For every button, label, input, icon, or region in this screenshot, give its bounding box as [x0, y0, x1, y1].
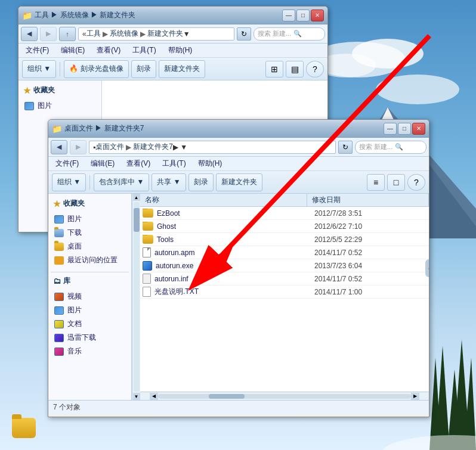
vscroll-down[interactable]: ▼ [133, 393, 140, 400]
window-foreground: 📁 桌面文件 ▶ 新建文件夹7 — □ ✕ ◀ ▶ ▪ 桌面文件 ▶ [48, 119, 429, 417]
burn-btn-front[interactable]: 刻录 [188, 173, 214, 191]
sidebar-item-video-front[interactable]: 视频 [51, 290, 129, 303]
menu-file-front[interactable]: 文件(F) [53, 157, 81, 170]
sidebar-item-pics2-front[interactable]: 图片 [51, 303, 129, 317]
back-btn-front[interactable]: ◀ [51, 140, 67, 154]
close-btn-front[interactable]: ✕ [412, 123, 425, 135]
maximize-btn-back[interactable]: □ [296, 10, 310, 21]
menu-help-front[interactable]: 帮助(H) [196, 157, 225, 170]
sidebar-item-desktop-front[interactable]: 桌面 [51, 240, 129, 253]
minimize-btn-back[interactable]: — [282, 10, 295, 21]
folder-icon-title-front: 📁 [52, 124, 62, 134]
menu-tools-front[interactable]: 工具(T) [160, 157, 188, 170]
toolbar-front: 组织 ▼ 包含到库中 ▼ 共享 ▼ 刻录 新建文件夹 ≡ □ ? [48, 171, 429, 194]
menu-tools-back[interactable]: 工具(T) [130, 44, 158, 57]
refresh-btn-front[interactable]: ↻ [338, 141, 353, 154]
table-row[interactable]: autorun.apm 2014/11/7 0:52 [140, 246, 429, 259]
file-name-4: autorun.exe [143, 261, 310, 271]
desktop-folder-shape [12, 418, 36, 438]
new-folder-btn-back[interactable]: 新建文件夹 [159, 60, 205, 78]
address-bar-back: ◀ ▶ ↑ « 工具 ▶ 系统镜像 ▶ 新建文件夹 ▼ ↻ 搜索 新建... 🔍 [18, 24, 327, 44]
col-header-name[interactable]: 名称 [140, 194, 307, 206]
recent-label-front: 最近访问的位置 [67, 255, 118, 265]
sidebar-item-music-front[interactable]: 音乐 [51, 345, 129, 358]
share-btn-front[interactable]: 共享 ▼ [152, 173, 186, 191]
favorites-title-back: ★ 收藏夹 [21, 84, 99, 97]
sidebar-item-pics-back[interactable]: 图片 [21, 99, 99, 113]
sidebar-item-downloads-front[interactable]: 下载 [51, 226, 129, 240]
burn-btn-back[interactable]: 刻录 [131, 60, 156, 78]
svg-point-4 [376, 75, 459, 104]
organize-btn-front[interactable]: 组织 ▼ [52, 173, 86, 191]
music-icon-front [54, 347, 64, 356]
search-icon-back[interactable]: 🔍 [293, 30, 302, 38]
menu-help-back[interactable]: 帮助(H) [166, 44, 195, 57]
pics-icon-back [24, 102, 34, 110]
library-section-front: 🗂 库 视频 图片 文档 [51, 275, 129, 358]
favorites-section-front: ★ 收藏夹 图片 下载 桌面 [51, 197, 129, 267]
hscroll-thumb[interactable] [209, 394, 245, 399]
favorites-section-back: ★ 收藏夹 图片 [21, 84, 99, 113]
view-icon-btn-back[interactable]: ⊞ [265, 61, 283, 77]
layout-btn-back[interactable]: ▤ [286, 61, 304, 77]
close-btn-back[interactable]: ✕ [311, 10, 324, 21]
sidebar-front: ★ 收藏夹 图片 下载 桌面 [48, 194, 132, 400]
menu-view-back[interactable]: 查看(V) [94, 44, 123, 57]
help-btn-front[interactable]: ? [407, 174, 425, 191]
folder-icon-title-back: 📁 [22, 11, 32, 20]
window-front-controls: — □ ✕ [384, 123, 425, 135]
menu-file-back[interactable]: 文件(F) [23, 44, 51, 57]
menu-view-front[interactable]: 查看(V) [124, 157, 153, 170]
layout-btn-front[interactable]: □ [387, 174, 405, 191]
table-row[interactable]: autorun.exe 2013/7/23 6:04 [140, 259, 429, 272]
organize-label-back: 组织 ▼ [27, 64, 51, 74]
file-list-header: 名称 修改日期 [140, 194, 429, 207]
search-icon-front[interactable]: 🔍 [395, 143, 403, 151]
maximize-btn-front[interactable]: □ [398, 123, 411, 135]
minimize-btn-front[interactable]: — [384, 123, 397, 135]
menu-edit-front[interactable]: 编辑(E) [88, 157, 117, 170]
desktop-folder-icon[interactable] [12, 418, 36, 438]
forward-btn-front[interactable]: ▶ [70, 140, 86, 154]
vscroll-thumb[interactable] [134, 208, 140, 232]
address-path-back[interactable]: « 工具 ▶ 系统镜像 ▶ 新建文件夹 ▼ [78, 27, 234, 41]
help-btn-back[interactable]: ? [306, 61, 324, 77]
refresh-btn-back[interactable]: ↻ [237, 27, 251, 41]
folder-icon-0 [143, 209, 153, 218]
library-icon-front: 🗂 [53, 277, 61, 285]
table-row[interactable]: Ghost 2012/6/22 7:10 [140, 220, 429, 233]
organize-btn-back[interactable]: 组织 ▼ [22, 60, 56, 78]
table-row[interactable]: Tools 2012/5/5 22:29 [140, 233, 429, 246]
view-icon-btn-front[interactable]: ≡ [367, 174, 385, 191]
back-btn-back[interactable]: ◀ [21, 27, 38, 41]
hscroll-right[interactable]: ▶ [411, 393, 419, 400]
sidebar-item-pics-front[interactable]: 图片 [51, 212, 129, 226]
pics-icon-front [54, 215, 64, 224]
burn-image-btn-back[interactable]: 🔥 刻录光盘镜像 [64, 60, 128, 78]
file-name-5: autorun.inf [143, 274, 310, 284]
table-row[interactable]: autorun.inf 2014/11/7 0:52 [140, 272, 429, 285]
menu-edit-back[interactable]: 编辑(E) [58, 44, 87, 57]
search-box-back[interactable]: 搜索 新建... 🔍 [254, 27, 325, 41]
library-title-front: 🗂 库 [51, 275, 129, 287]
hscroll-left[interactable]: ◀ [150, 393, 158, 400]
toolbar-back: 组织 ▼ 🔥 刻录光盘镜像 刻录 新建文件夹 ⊞ ▤ ? [18, 58, 327, 80]
address-path-front[interactable]: ▪ 桌面文件 ▶ 新建文件夹7 ▶ ▼ [89, 141, 336, 154]
sidebar-divider-front [51, 272, 129, 272]
file-name-2: Tools [143, 235, 310, 244]
sidebar-item-docs-front[interactable]: 文档 [51, 317, 129, 331]
search-box-front[interactable]: 搜索 新建... 🔍 [355, 141, 426, 154]
resize-handle-right[interactable]: ‹ [425, 259, 429, 277]
include-btn-front[interactable]: 包含到库中 ▼ [94, 173, 149, 191]
sidebar-item-recent-front[interactable]: 最近访问的位置 [51, 253, 129, 267]
up-btn-back[interactable]: ↑ [59, 27, 76, 41]
new-folder-btn-front[interactable]: 新建文件夹 [216, 173, 262, 191]
docs-icon-front [54, 320, 64, 328]
col-header-date[interactable]: 修改日期 [307, 194, 429, 206]
table-row[interactable]: EzBoot 2012/7/28 3:51 [140, 207, 429, 220]
table-row[interactable]: 光盘说明.TXT 2014/11/7 1:00 [140, 285, 429, 299]
sidebar-item-thunder-front[interactable]: 迅雷下载 [51, 331, 129, 345]
vscroll-up[interactable]: ▲ [133, 194, 140, 201]
forward-btn-back[interactable]: ▶ [40, 27, 57, 41]
window-back-path: 工具 ▶ 系统镜像 ▶ 新建文件夹 [35, 10, 135, 20]
